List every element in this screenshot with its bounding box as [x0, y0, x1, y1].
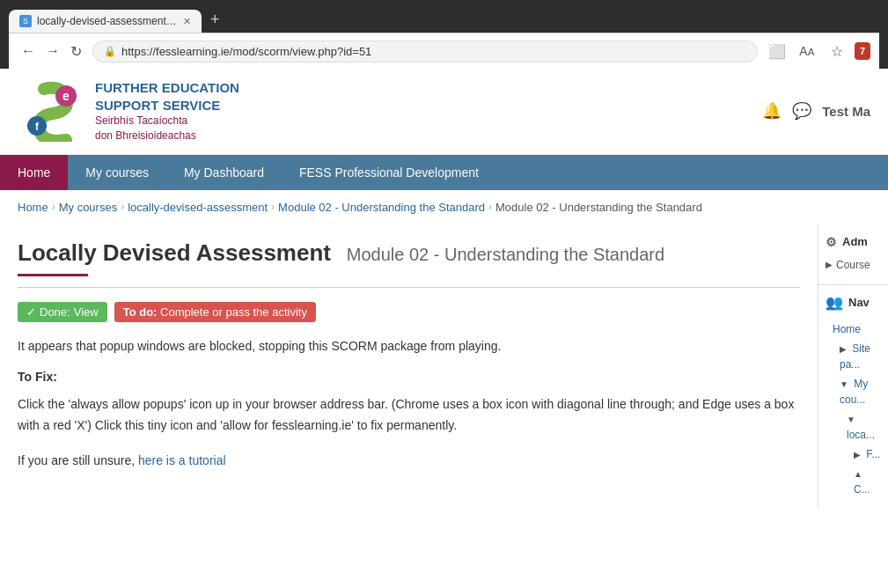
- browser-chrome: S locally-devised-assessment: Mo... ✕ + …: [0, 0, 888, 69]
- fix-header: To Fix:: [18, 370, 800, 384]
- checkmark-icon: ✓: [26, 305, 36, 319]
- arrow-up-icon: ▲: [854, 469, 862, 479]
- fix-text: Click the 'always allow popups' icon up …: [18, 394, 800, 437]
- logo-text-main: FURTHER EDUCATION SUPPORT SERVICE: [95, 79, 239, 114]
- gear-icon: ⚙: [826, 235, 837, 249]
- page-wrapper: e f FURTHER EDUCATION SUPPORT SERVICE Se…: [0, 69, 888, 562]
- toolbar-actions: ⬜ AA ☆ 7: [765, 39, 870, 63]
- nav-panel: 👥 Nav Home ▶ Site pa... ▼ My cou... ▼ lo…: [818, 285, 888, 508]
- breadcrumb-current: Module 02 - Understanding the Standard: [495, 201, 702, 214]
- nav-tree-sitepage[interactable]: ▶ Site pa...: [826, 339, 881, 374]
- badge-done-prefix: Done:: [40, 305, 70, 319]
- username-display[interactable]: Test Ma: [822, 104, 870, 119]
- admin-panel: ⚙ Adm ▶ Course: [818, 224, 888, 285]
- breadcrumb-locally[interactable]: locally-devised-assessment: [128, 201, 268, 214]
- title-underline: [18, 274, 88, 276]
- title-rule: [18, 287, 800, 288]
- nav-panel-title: Nav: [848, 296, 870, 309]
- tab-title: locally-devised-assessment: Mo...: [37, 15, 178, 27]
- url-bar[interactable]: 🔒 https://fesslearning.ie/mod/scorm/view…: [92, 40, 758, 62]
- status-badges: ✓ Done: View To do: Complete or pass the…: [18, 302, 800, 322]
- nav-item-home[interactable]: Home: [0, 155, 68, 190]
- badge-todo: To do: Complete or pass the activity: [114, 302, 316, 322]
- page-title-main: Locally Devised Assessment: [18, 239, 331, 266]
- badge-done-action[interactable]: View: [74, 305, 99, 319]
- lock-icon: 🔒: [104, 46, 116, 57]
- nav-item-dashboard[interactable]: My Dashboard: [166, 155, 282, 190]
- address-bar: ← → ↻ 🔒 https://fesslearning.ie/mod/scor…: [9, 33, 879, 69]
- arrow-right-icon: ▶: [826, 260, 833, 269]
- main-layout: Locally Devised Assessment Module 02 - U…: [0, 224, 888, 508]
- notification-icon[interactable]: 🔔: [762, 101, 782, 121]
- refresh-button[interactable]: ↻: [67, 41, 85, 62]
- nav-item-mycourses[interactable]: My courses: [68, 155, 166, 190]
- back-button[interactable]: ←: [18, 41, 39, 61]
- arrow-right-icon-2: ▶: [840, 344, 847, 354]
- unsure-text: If you are still unsure, here is a tutor…: [18, 451, 800, 470]
- tab-favicon: S: [19, 15, 32, 27]
- breadcrumb-sep-1: ›: [52, 201, 55, 213]
- popup-warning-text: It appears that popup windows are blocke…: [18, 336, 800, 356]
- badge-todo-action: Complete or pass the activity: [160, 305, 307, 319]
- active-tab[interactable]: S locally-devised-assessment: Mo... ✕: [9, 10, 202, 33]
- site-logo: e f FURTHER EDUCATION SUPPORT SERVICE Se…: [18, 79, 239, 143]
- menu-button[interactable]: 7: [855, 42, 870, 60]
- browser-tabs: S locally-devised-assessment: Mo... ✕ +: [9, 7, 879, 33]
- arrow-down-icon-2: ▼: [847, 415, 855, 424]
- breadcrumb-mycourses[interactable]: My courses: [59, 201, 117, 214]
- admin-panel-header: ⚙ Adm: [826, 235, 881, 249]
- nav-item-fess[interactable]: FESS Professional Development: [282, 155, 496, 190]
- breadcrumb-sep-2: ›: [121, 201, 124, 213]
- svg-text:e: e: [62, 89, 70, 103]
- breadcrumb-sep-3: ›: [271, 201, 275, 213]
- badge-todo-prefix: To do:: [123, 305, 160, 319]
- nav-tree-f[interactable]: ▶ F...: [826, 445, 881, 464]
- tab-close-button[interactable]: ✕: [183, 16, 191, 27]
- nav-buttons: ← → ↻: [18, 41, 85, 62]
- nav-tree-c[interactable]: ▲ C...: [826, 464, 881, 499]
- admin-course-item[interactable]: ▶ Course: [826, 256, 881, 274]
- breadcrumb-home[interactable]: Home: [18, 201, 48, 214]
- bookmark-icon[interactable]: ☆: [825, 39, 849, 63]
- header-user-area: 🔔 💬 Test Ma: [762, 101, 870, 121]
- arrow-down-icon-1: ▼: [840, 379, 848, 389]
- admin-panel-title: Adm: [842, 235, 868, 248]
- breadcrumb: Home › My courses › locally-devised-asse…: [0, 190, 888, 224]
- breadcrumb-sep-4: ›: [488, 201, 492, 213]
- chat-icon[interactable]: 💬: [792, 101, 811, 121]
- site-header: e f FURTHER EDUCATION SUPPORT SERVICE Se…: [0, 69, 888, 155]
- new-tab-button[interactable]: +: [203, 7, 227, 33]
- url-text: https://fesslearning.ie/mod/scorm/view.p…: [121, 45, 371, 58]
- unsure-prefix: If you are still unsure,: [18, 453, 135, 467]
- right-sidebar: ⚙ Adm ▶ Course 👥 Nav Home ▶ Site pa...: [818, 224, 888, 508]
- reader-mode-icon[interactable]: AA: [795, 39, 819, 63]
- nav-tree-mycourses[interactable]: ▼ My cou...: [826, 374, 881, 409]
- breadcrumb-module[interactable]: Module 02 - Understanding the Standard: [278, 201, 485, 214]
- screenshot-icon[interactable]: ⬜: [765, 39, 789, 63]
- logo-text-sub: Seirbhís Tacaíochta don Bhreisioideachas: [95, 114, 239, 143]
- tutorial-link[interactable]: here is a tutorial: [138, 453, 226, 467]
- people-icon: 👥: [826, 294, 843, 311]
- main-content: Locally Devised Assessment Module 02 - U…: [0, 224, 818, 508]
- logo-graphic: e f: [18, 80, 88, 142]
- page-title-area: Locally Devised Assessment Module 02 - U…: [18, 239, 800, 276]
- admin-course-label: Course: [836, 259, 870, 271]
- nav-tree-local[interactable]: ▼ loca...: [826, 409, 881, 445]
- badge-done: ✓ Done: View: [18, 302, 107, 322]
- nav-tree-home[interactable]: Home: [826, 320, 881, 339]
- page-title-sub: Module 02 - Understanding the Standard: [347, 245, 664, 264]
- logo-text: FURTHER EDUCATION SUPPORT SERVICE Seirbh…: [95, 79, 239, 143]
- arrow-right-icon-3: ▶: [854, 450, 861, 459]
- nav-panel-header: 👥 Nav: [826, 294, 881, 311]
- site-navigation: Home My courses My Dashboard FESS Profes…: [0, 155, 888, 190]
- forward-button[interactable]: →: [42, 41, 63, 61]
